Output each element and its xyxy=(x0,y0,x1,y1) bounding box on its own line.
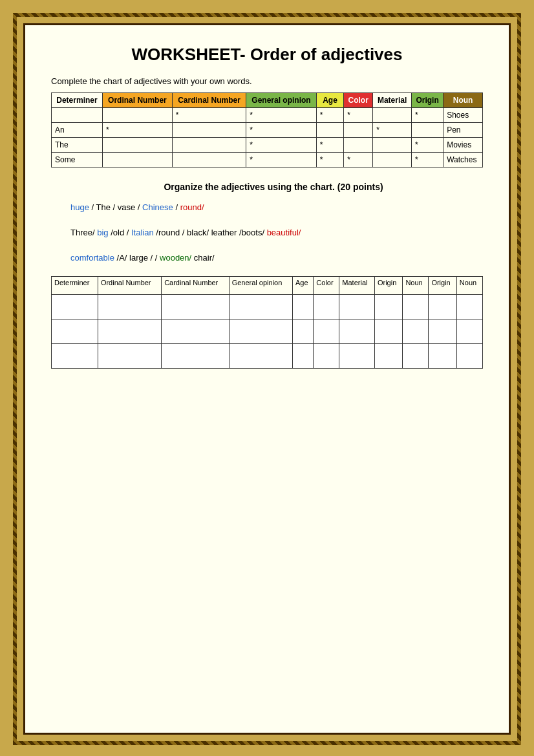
practice-cell xyxy=(374,319,402,344)
section2-title: Organize the adjectives using the chart.… xyxy=(64,182,483,192)
cell-material xyxy=(373,153,412,167)
word: The xyxy=(96,202,111,212)
word: beautiful/ xyxy=(267,228,301,237)
cell-ordinal: * xyxy=(102,123,172,138)
cell-color xyxy=(344,138,373,153)
table-row: Some * * * * Watches xyxy=(52,153,483,167)
practice-cell xyxy=(98,319,161,344)
cell-origin xyxy=(411,123,443,138)
pth-age: Age xyxy=(292,277,313,295)
practice-cell xyxy=(292,344,313,369)
practice-cell xyxy=(456,344,482,369)
cell-cardinal xyxy=(172,123,246,138)
practice-cell xyxy=(229,319,292,344)
practice-cell xyxy=(229,295,292,319)
cell-age: * xyxy=(316,138,343,153)
word: Chinese xyxy=(142,202,173,212)
pth-determiner: Determiner xyxy=(52,277,98,295)
th-origin: Origin xyxy=(411,93,443,108)
cell-color: * xyxy=(344,153,373,167)
practice-cell xyxy=(98,344,161,369)
word: chair/ xyxy=(194,253,215,263)
cell-determiner: The xyxy=(52,138,103,153)
practice-cell xyxy=(403,319,429,344)
pth-ordinal: Ordinal Number xyxy=(98,277,161,295)
practice-cell xyxy=(403,344,429,369)
cell-cardinal xyxy=(172,138,246,153)
cell-age: * xyxy=(316,108,343,123)
practice-cell xyxy=(292,319,313,344)
word: leather /boots/ xyxy=(211,228,267,237)
cell-cardinal xyxy=(172,153,246,167)
word: /round / xyxy=(156,228,184,237)
page-inner: WORKSHEET- Order of adjectives Complete … xyxy=(23,23,511,735)
cell-material xyxy=(373,108,412,123)
cell-origin: * xyxy=(411,108,443,123)
pth-color: Color xyxy=(314,277,339,295)
cell-ordinal xyxy=(102,153,172,167)
practice-cell xyxy=(339,295,375,319)
th-material: Material xyxy=(373,93,412,108)
word: /old / xyxy=(111,228,129,237)
word: round/ xyxy=(180,202,204,212)
word: wooden/ xyxy=(160,253,191,263)
practice-cell xyxy=(339,344,375,369)
sentence-2: Three/ big /old / Italian /round / black… xyxy=(70,226,483,240)
practice-cell xyxy=(52,319,98,344)
word: /A/ large / / xyxy=(117,253,160,263)
practice-cell xyxy=(456,295,482,319)
practice-cell xyxy=(162,295,230,319)
cell-general: * xyxy=(246,108,317,123)
word: / vase / xyxy=(113,202,143,212)
cell-noun: Pen xyxy=(443,123,483,138)
cell-determiner: Some xyxy=(52,153,103,167)
cell-age xyxy=(316,123,343,138)
practice-cell xyxy=(314,319,339,344)
th-age: Age xyxy=(316,93,343,108)
cell-color: * xyxy=(344,108,373,123)
practice-cell xyxy=(339,319,375,344)
cell-origin: * xyxy=(411,138,443,153)
pth-material: Material xyxy=(339,277,375,295)
cell-general: * xyxy=(246,123,317,138)
practice-cell xyxy=(229,344,292,369)
word: Italian xyxy=(131,228,154,237)
cell-cardinal: * xyxy=(172,108,246,123)
practice-row xyxy=(52,295,483,319)
th-general: General opinion xyxy=(246,93,317,108)
th-cardinal: Cardinal Number xyxy=(172,93,246,108)
practice-cell xyxy=(403,295,429,319)
page-title: WORKSHEET- Order of adjectives xyxy=(51,45,483,65)
word: comfortable xyxy=(70,253,114,263)
practice-cell xyxy=(162,319,230,344)
cell-determiner xyxy=(52,108,103,123)
cell-ordinal xyxy=(102,138,172,153)
table-row: * * * * * Shoes xyxy=(52,108,483,123)
th-ordinal: Ordinal Number xyxy=(102,93,172,108)
practice-table: Determiner Ordinal Number Cardinal Numbe… xyxy=(51,276,483,369)
th-color: Color xyxy=(344,93,373,108)
practice-cell xyxy=(162,344,230,369)
adjectives-table: Determiner Ordinal Number Cardinal Numbe… xyxy=(51,92,483,167)
pth-noun: Noun xyxy=(403,277,429,295)
practice-cell xyxy=(314,344,339,369)
pth-origin: Origin xyxy=(374,277,402,295)
cell-age: * xyxy=(316,153,343,167)
practice-cell xyxy=(314,295,339,319)
th-determiner: Determiner xyxy=(52,93,103,108)
cell-material xyxy=(373,138,412,153)
cell-material: * xyxy=(373,123,412,138)
pth-origin2: Origin xyxy=(429,277,456,295)
word: Three/ xyxy=(70,228,97,237)
practice-cell xyxy=(429,319,456,344)
pth-general: General opinion xyxy=(229,277,292,295)
sentence-1: huge / The / vase / Chinese / round/ xyxy=(70,201,483,215)
practice-cell xyxy=(456,319,482,344)
word: / xyxy=(175,202,180,212)
practice-cell xyxy=(52,344,98,369)
page-outer: WORKSHEET- Order of adjectives Complete … xyxy=(13,13,521,745)
cell-color xyxy=(344,123,373,138)
cell-noun: Movies xyxy=(443,138,483,153)
table-row: The * * * Movies xyxy=(52,138,483,153)
practice-cell xyxy=(429,295,456,319)
